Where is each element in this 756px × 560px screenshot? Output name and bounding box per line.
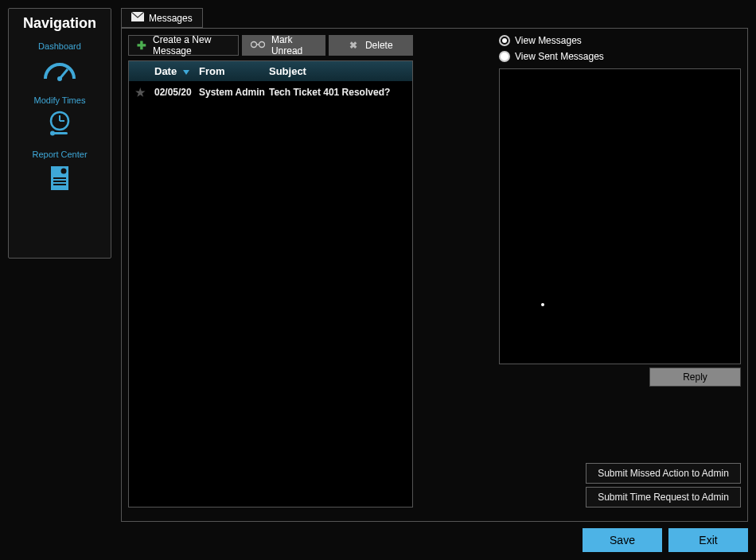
header-date[interactable]: Date (154, 65, 199, 77)
gauge-icon (12, 54, 107, 86)
splitter-handle[interactable] (541, 303, 544, 306)
glasses-icon (251, 40, 265, 51)
sort-down-icon (183, 65, 189, 77)
svg-rect-10 (53, 181, 66, 182)
svg-point-13 (251, 42, 256, 48)
svg-point-14 (259, 42, 264, 48)
svg-point-1 (57, 76, 62, 81)
tab-messages[interactable]: Messages (121, 8, 203, 28)
star-icon[interactable]: ★ (135, 86, 154, 99)
header-from[interactable]: From (199, 65, 269, 77)
mark-unread-button[interactable]: Mark Unread (242, 35, 326, 56)
sidebar-item-modify-times[interactable]: Modify Times (12, 95, 107, 140)
sidebar-item-report-center[interactable]: Report Center (12, 150, 107, 194)
message-toolbar: ✚ Create a New Message Mark Unread ✖ Del… (128, 35, 413, 56)
radio-icon (499, 35, 510, 46)
sidebar-title: Navigation (12, 15, 107, 32)
sidebar-item-label: Report Center (12, 150, 107, 159)
button-label: Delete (365, 40, 393, 51)
content-panel: ✚ Create a New Message Mark Unread ✖ Del… (121, 28, 748, 522)
button-label: Create a New Message (153, 34, 230, 56)
button-label: Mark Unread (271, 34, 318, 56)
radio-view-sent[interactable]: View Sent Messages (499, 51, 741, 62)
sidebar-item-label: Modify Times (12, 95, 107, 105)
navigation-sidebar: Navigation Dashboard Modify Times (8, 8, 111, 259)
delete-button[interactable]: ✖ Delete (329, 35, 413, 56)
svg-marker-16 (183, 70, 189, 75)
svg-point-6 (50, 131, 55, 136)
close-icon: ✖ (349, 40, 357, 51)
list-header: Date From Subject (129, 61, 412, 81)
message-viewer (499, 68, 741, 364)
submit-time-request-button[interactable]: Submit Time Request to Admin (586, 487, 741, 508)
radio-view-messages[interactable]: View Messages (499, 35, 741, 46)
plus-icon: ✚ (137, 39, 146, 52)
clock-wrench-icon (12, 108, 107, 140)
message-row[interactable]: ★ 02/05/20 System Admin Tech Ticket 401 … (129, 81, 412, 103)
create-message-button[interactable]: ✚ Create a New Message (128, 35, 239, 56)
message-list: Date From Subject ★ 02/05/20 System (128, 60, 413, 508)
svg-point-8 (61, 169, 67, 174)
footer-buttons: Save Exit (121, 528, 748, 552)
tab-label: Messages (149, 13, 193, 24)
sidebar-item-label: Dashboard (12, 41, 107, 51)
row-subject: Tech Ticket 401 Resolved? (269, 87, 407, 98)
tab-bar: Messages (121, 8, 748, 28)
svg-rect-9 (53, 177, 66, 179)
row-from: System Admin (199, 87, 269, 98)
submit-missed-action-button[interactable]: Submit Missed Action to Admin (586, 463, 741, 484)
radio-label: View Messages (515, 35, 582, 46)
reply-button[interactable]: Reply (649, 368, 741, 387)
main-area: Messages ✚ Create a New Message (121, 8, 748, 552)
svg-rect-11 (53, 184, 66, 185)
document-icon (12, 162, 107, 194)
radio-label: View Sent Messages (515, 51, 604, 62)
save-button[interactable]: Save (583, 528, 662, 552)
header-subject[interactable]: Subject (269, 65, 407, 77)
sidebar-item-dashboard[interactable]: Dashboard (12, 41, 107, 86)
view-mode-radios: View Messages View Sent Messages (499, 35, 741, 62)
radio-icon (499, 51, 510, 62)
exit-button[interactable]: Exit (668, 528, 748, 552)
mail-icon (131, 12, 144, 24)
row-date: 02/05/20 (154, 87, 199, 98)
